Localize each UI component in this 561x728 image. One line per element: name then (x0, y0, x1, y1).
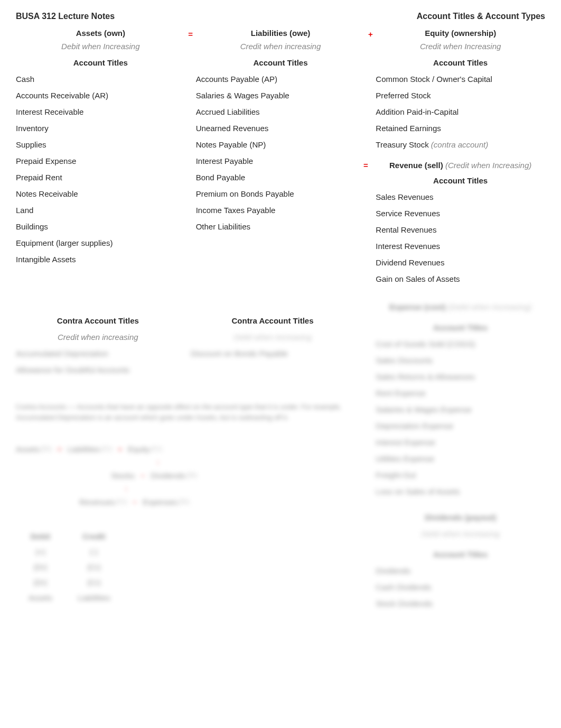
treasury-stock-note: (contra account) (431, 140, 488, 149)
list-item: Land (16, 205, 185, 216)
assets-rule: Debit when Increasing (16, 41, 185, 52)
list-item: Gain on Sales of Assets (376, 273, 545, 284)
lower-right-block: Expense (cost) (Debit when Increasing) A… (376, 301, 545, 614)
revenue-section-title: Account Titles (376, 175, 545, 186)
list-item: Bond Payable (196, 172, 366, 183)
assets-column: Assets (own) Debit when Increasing Accou… (16, 27, 185, 290)
list-item: Service Revenues (376, 208, 545, 219)
expense-note: (Debit when Increasing) (448, 302, 531, 311)
list-item: Notes Payable (NP) (196, 139, 366, 150)
liabilities-rule: Credit when increasing (196, 41, 366, 52)
list-item: Common Stock / Owner's Capital (376, 73, 545, 85)
list-item: Interest Payable (196, 155, 366, 167)
expense-section-title: Account Titles (376, 322, 545, 333)
equity-column: Equity (ownership) Credit when Increasin… (376, 27, 545, 290)
liabilities-column: Liabilities (owe) Credit when increasing… (196, 27, 366, 290)
list-item: Notes Receivable (16, 188, 185, 199)
contra-assets-column: Contra Account Titles Credit when increa… (16, 311, 180, 381)
list-item: Equipment (larger supplies) (16, 237, 185, 248)
list-item: Sales Returns & Allowances (376, 371, 545, 382)
dividends-section-title: Account Titles (376, 549, 545, 560)
accounting-equation-line2b: Stocks − Dividends (Dr) (16, 470, 354, 481)
plus-operator: + (365, 27, 376, 290)
list-item: Cost of Goods Sold (COGS) (376, 338, 545, 349)
list-item: Freight-Out (376, 469, 545, 481)
equals-operator-revenue: = (361, 160, 370, 171)
list-item: Interest Expense (376, 437, 545, 448)
list-item: Inventory (16, 123, 185, 134)
liabilities-section-title: Account Titles (196, 57, 366, 68)
assets-heading: Assets (own) (16, 27, 185, 39)
list-item: Treasury Stock (contra account) (376, 139, 545, 150)
liabilities-heading: Liabilities (owe) (196, 27, 366, 39)
list-item: Cash Dividends (376, 582, 545, 593)
contra-liabilities-column: Contra Account Titles Debit when increas… (191, 311, 355, 381)
list-item: Depreciation Expense (376, 420, 545, 431)
list-item: Rental Revenues (376, 224, 545, 235)
list-item: Prepaid Expense (16, 155, 185, 167)
list-item: Interest Receivable (16, 106, 185, 117)
list-item: Allowance for Doubtful Accounts (16, 364, 180, 375)
list-item: Dividend Revenues (376, 257, 545, 268)
list-item: Buildings (16, 221, 185, 232)
list-item: Accumulated Depreciation (16, 348, 180, 359)
list-item: Utilities Expense (376, 453, 545, 464)
list-item: Unearned Revenues (196, 123, 366, 134)
list-item: Rent Expense (376, 388, 545, 399)
accounting-equation-line3: ↑ (16, 483, 354, 494)
equity-section-title: Account Titles (376, 57, 545, 68)
debit-credit-table: Debit Credit (+)(-) (Dr)(Cr) (Dr)(Cr) As… (16, 529, 123, 605)
list-item: Premium on Bonds Payable (196, 188, 366, 199)
list-item: Salaries & Wages Expense (376, 404, 545, 415)
revenue-heading: Revenue (sell) (389, 161, 443, 170)
equity-heading: Equity (ownership) (376, 27, 545, 39)
list-item: Prepaid Rent (16, 172, 185, 183)
list-item: Discount on Bonds Payable (191, 348, 355, 359)
dividends-heading: Dividends (payout) (376, 512, 545, 523)
accounting-equation-line2: ↑ (16, 457, 354, 468)
list-item: Sales Discounts (376, 355, 545, 366)
accounting-equation-line3b: Revenues (Cr) − Expenses (Dr) (16, 496, 354, 508)
list-item: Preferred Stock (376, 90, 545, 101)
list-item: Accounts Payable (AP) (196, 73, 366, 85)
treasury-stock-label: Treasury Stock (376, 140, 428, 149)
list-item: Salaries & Wages Payable (196, 90, 366, 101)
contra-assets-rule: Credit when increasing (16, 331, 180, 343)
list-item: Cash (16, 73, 185, 85)
list-item: Other Liabilities (196, 221, 366, 232)
assets-section-title: Account Titles (16, 57, 185, 68)
list-item: Income Taxes Payable (196, 205, 366, 216)
list-item: Stock Dividends (376, 598, 545, 609)
list-item: Loss on Sales of Assets (376, 486, 545, 497)
contra-liab-rule: Debit when increasing (191, 331, 355, 343)
list-item: Dividends (376, 565, 545, 576)
contra-note-paragraph: Contra Accounts — Accounts that have an … (16, 402, 354, 422)
page-title-left: BUSA 312 Lecture Notes (16, 11, 115, 22)
equity-rule: Credit when Increasing (376, 41, 545, 52)
list-item: Addition Paid-in-Capital (376, 106, 545, 117)
list-item: Interest Revenues (376, 241, 545, 252)
revenue-note: (Credit when Increasing) (445, 161, 531, 170)
list-item: Supplies (16, 139, 185, 150)
accounting-equation-line1: Assets (Dr) = Liabilities (Cr) + Equity … (16, 444, 354, 455)
contra-assets-title: Contra Account Titles (16, 315, 180, 326)
list-item: Accrued Liabilities (196, 106, 366, 117)
lower-left-block: Contra Account Titles Credit when increa… (16, 295, 354, 614)
equals-operator: = (185, 27, 196, 290)
list-item: Accounts Receivable (AR) (16, 90, 185, 101)
expense-heading: Expense (cost) (389, 302, 446, 311)
list-item: Retained Earnings (376, 123, 545, 134)
list-item: Intangible Assets (16, 254, 185, 265)
dividends-rule: Debit when Increasing (376, 528, 545, 539)
list-item: Sales Revenues (376, 191, 545, 202)
contra-liab-title: Contra Account Titles (191, 315, 355, 326)
dc-table-head-debit: Debit (16, 529, 65, 544)
page-title-right: Account Titles & Account Types (417, 11, 545, 22)
dc-table-head-credit: Credit (65, 529, 123, 544)
